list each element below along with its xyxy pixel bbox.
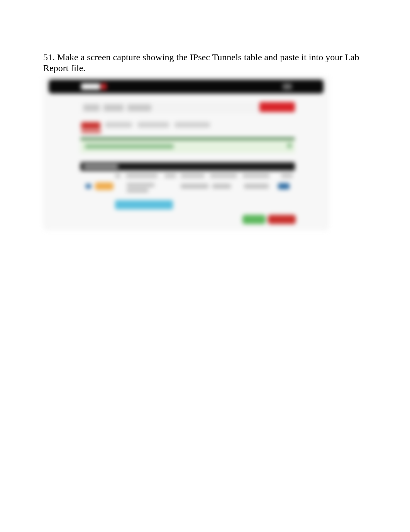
svg-rect-7 — [103, 104, 124, 111]
svg-rect-37 — [242, 215, 266, 224]
svg-rect-21 — [115, 174, 120, 178]
instruction-text: 51. Make a screen capture showing the IP… — [43, 52, 367, 73]
svg-rect-32 — [181, 184, 208, 189]
svg-rect-6 — [83, 104, 100, 111]
svg-rect-29 — [95, 182, 114, 190]
svg-rect-35 — [278, 183, 290, 189]
svg-rect-23 — [164, 174, 176, 178]
svg-rect-13 — [175, 122, 210, 127]
svg-rect-25 — [210, 174, 237, 178]
ipsec-screenshot — [43, 76, 329, 230]
svg-rect-31 — [127, 189, 148, 192]
svg-rect-24 — [181, 174, 205, 178]
svg-rect-18 — [287, 143, 292, 148]
svg-rect-17 — [85, 144, 174, 149]
svg-rect-34 — [244, 184, 269, 189]
svg-rect-30 — [127, 183, 154, 187]
svg-rect-3 — [101, 83, 107, 90]
svg-rect-0 — [43, 76, 329, 230]
svg-rect-11 — [105, 122, 132, 127]
svg-rect-8 — [127, 104, 151, 111]
svg-rect-15 — [80, 138, 295, 140]
svg-rect-2 — [81, 83, 100, 90]
svg-rect-27 — [281, 174, 293, 178]
svg-rect-20 — [83, 165, 118, 168]
svg-rect-10 — [81, 122, 100, 129]
svg-rect-36 — [115, 200, 173, 209]
svg-rect-14 — [81, 131, 101, 133]
svg-rect-22 — [126, 174, 158, 178]
svg-rect-38 — [268, 215, 296, 224]
svg-rect-4 — [283, 83, 292, 90]
svg-rect-26 — [242, 174, 269, 178]
svg-rect-9 — [259, 102, 295, 112]
svg-rect-28 — [86, 184, 91, 189]
svg-rect-12 — [137, 122, 169, 127]
svg-rect-33 — [212, 184, 231, 189]
